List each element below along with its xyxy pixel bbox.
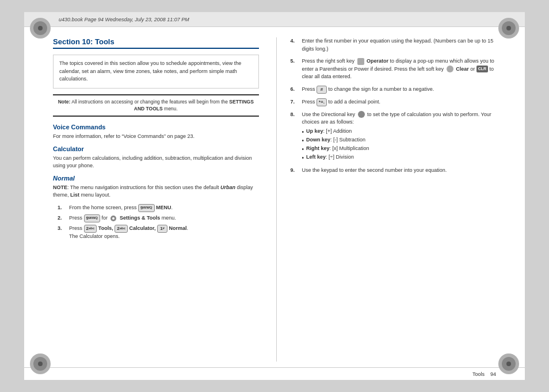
bullet-list: Up key: [+] Addition Down key: [-] Subtr… [302, 128, 497, 162]
right-step-6-num: 6. [291, 86, 299, 94]
step-3-footer: The Calculator opens. [69, 233, 120, 239]
settings-tools-label: Settings & Tools [120, 215, 160, 221]
top-bar: u430.book Page 94 Wednesday, July 23, 20… [24, 12, 525, 27]
corner-tr [498, 18, 519, 39]
voice-commands-heading: Voice Commands [53, 124, 259, 130]
step3-key1: 2abc [84, 225, 97, 233]
bullet-down-text: Down key: [-] Subtraction [306, 136, 365, 145]
right-step-7-num: 7. [291, 98, 299, 106]
note-inline: NOTE: The menu navigation instructions f… [53, 184, 259, 199]
right-step-5-text: Press the right soft key Operator to dis… [302, 57, 497, 81]
footer-page: 94 [490, 371, 496, 377]
step-1-num: 1. [58, 204, 66, 212]
note-inline-label: NOTE [53, 185, 67, 190]
menu-key: 9WWQ [138, 204, 154, 212]
note-end: menu. [163, 106, 178, 112]
calc-label: Calculator, [129, 225, 156, 231]
intro-box: The topics covered in this section allow… [53, 55, 259, 89]
note-end-calc: menu layout. [79, 192, 110, 198]
step3-key3: 1# [157, 225, 167, 233]
right-step-9-text: Use the keypad to enter the second numbe… [302, 167, 447, 175]
calculator-body: You can perform calculations, including … [53, 155, 259, 170]
calculator-heading: Calculator [53, 145, 259, 152]
footer-tools: Tools [472, 371, 485, 377]
step-3-text: Press 2abc Tools, 2abc Calculator, 1# No… [69, 225, 188, 241]
bullet-left-text: Left key: [÷] Division [306, 153, 354, 162]
bullet-left: Left key: [÷] Division [302, 153, 497, 162]
step2-key: 9WWQ [84, 214, 100, 222]
footer-label: Tools 94 [472, 371, 496, 377]
directional-key-icon [358, 111, 365, 118]
intro-text: The topics covered in this section allow… [59, 60, 241, 82]
clr-badge: CLR [476, 66, 488, 73]
right-step-7: 7. Press *+. to add a decimal point. [291, 98, 497, 106]
right-step-6: 6. Press # to change the sign for a numb… [291, 86, 497, 94]
note-box: Note: All instructions on accessing or c… [53, 94, 259, 117]
step-1-text: From the home screen, press 9WWQ MENU. [69, 204, 173, 212]
right-step-6-text: Press # to change the sign for a number … [302, 86, 434, 94]
right-column: 4. Enter the first number in your equati… [276, 37, 497, 362]
bullet-right: Right key: [x] Multiplication [302, 145, 497, 153]
steps-list: 1. From the home screen, press 9WWQ MENU… [58, 204, 259, 241]
note-urban: Urban [220, 185, 235, 190]
step-1: 1. From the home screen, press 9WWQ MENU… [58, 204, 259, 212]
normal-label: Normal [169, 225, 187, 231]
clear-icon [447, 66, 453, 72]
footer: Tools 94 [24, 367, 525, 380]
corner-tl [30, 18, 51, 39]
note-list: List [70, 192, 79, 198]
plus-key: *+. [317, 98, 327, 106]
clear-label: Clear [455, 66, 469, 72]
menu-label: MENU [156, 205, 171, 210]
right-step-8: 8. Use the Directional key to set the ty… [291, 111, 497, 162]
step-2-text: Press 9WWQ for Settings & Tools menu. [69, 214, 176, 222]
voice-commands-body: For more information, refer to “Voice Co… [53, 133, 259, 141]
right-step-9-num: 9. [291, 167, 299, 175]
content-area: Section 10: Tools The topics covered in … [24, 27, 525, 367]
step-2-num: 2. [58, 214, 66, 222]
bullet-up: Up key: [+] Addition [302, 128, 497, 136]
top-bar-text: u430.book Page 94 Wednesday, July 23, 20… [59, 17, 189, 22]
operator-icon [357, 58, 364, 65]
svg-point-1 [112, 217, 115, 220]
voice-commands-text: For more information, refer to “Voice Co… [53, 133, 195, 139]
right-step-8-text: Use the Directional key to set the type … [302, 111, 497, 162]
right-step-9: 9. Use the keypad to enter the second nu… [291, 167, 497, 175]
bullet-down: Down key: [-] Subtraction [302, 136, 497, 145]
step-3: 3. Press 2abc Tools, 2abc Calculator, 1#… [58, 225, 259, 241]
corner-bl [30, 353, 51, 374]
right-step-8-num: 8. [291, 111, 299, 162]
step3-key2: 2abc [115, 225, 128, 233]
right-step-5-num: 5. [291, 57, 299, 81]
operator-label: Operator [365, 58, 389, 64]
page: u430.book Page 94 Wednesday, July 23, 20… [24, 12, 525, 380]
right-step-4-text: Enter the first number in your equation … [302, 37, 497, 53]
section-title: Section 10: Tools [53, 37, 259, 49]
note-text: All instructions on accessing or changin… [70, 99, 229, 105]
note-label: Note: [58, 99, 71, 105]
hash-key: # [317, 86, 327, 94]
note-inline-body: : The menu navigation instructions for t… [67, 185, 220, 190]
left-column: Section 10: Tools The topics covered in … [53, 37, 259, 362]
right-steps-list: 4. Enter the first number in your equati… [291, 37, 497, 174]
normal-heading: Normal [53, 175, 259, 182]
right-step-5: 5. Press the right soft key Operator to … [291, 57, 497, 81]
right-step-7-text: Press *+. to add a decimal point. [302, 98, 381, 106]
right-step-4-num: 4. [291, 37, 299, 53]
bullet-right-text: Right key: [x] Multiplication [306, 145, 369, 153]
settings-icon [110, 215, 117, 222]
right-step-4: 4. Enter the first number in your equati… [291, 37, 497, 53]
corner-br [498, 353, 519, 374]
bullet-up-text: Up key: [+] Addition [306, 128, 352, 136]
step-2: 2. Press 9WWQ for Settings & Tools menu. [58, 214, 259, 222]
tools-label: Tools, [98, 225, 113, 231]
step-3-num: 3. [58, 225, 66, 241]
